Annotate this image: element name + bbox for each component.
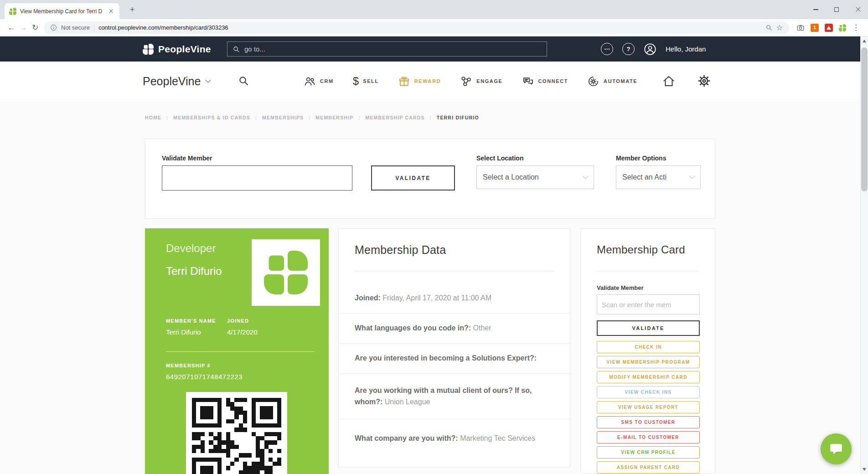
new-tab-button[interactable]: + <box>127 4 138 15</box>
chevron-down-icon <box>206 77 212 83</box>
scrollbar-thumb[interactable] <box>861 47 868 191</box>
card-validate-button[interactable]: VALIDATE <box>597 320 700 336</box>
dollar-icon: $ <box>353 75 359 88</box>
window-minimize-button[interactable] <box>805 0 826 19</box>
help-button[interactable]: ? <box>622 43 635 55</box>
breadcrumb-current: TERRI DIFURIO <box>437 115 479 120</box>
membership-data-panel: Membership Data JoinedFriday, April 17, … <box>338 228 570 467</box>
view-check-ins-button[interactable]: VIEW CHECK INS <box>597 386 700 398</box>
breadcrumb-membership-cards[interactable]: MEMBERSHIP CARDS <box>365 115 424 120</box>
tab-title: View Membership Card for Terri D <box>20 8 104 15</box>
global-search[interactable] <box>227 41 547 57</box>
email-to-customer-button[interactable]: E-MAIL TO CUSTOMER <box>597 431 700 443</box>
row-label: What company are you with? <box>355 434 460 442</box>
sms-to-customer-button[interactable]: SMS TO CUSTOMER <box>597 416 700 428</box>
screenshot-extension-icon[interactable] <box>796 24 805 32</box>
check-in-button[interactable]: CHECK IN <box>597 341 700 353</box>
chat-launcher-button[interactable] <box>821 433 852 464</box>
membership-data-title: Membership Data <box>355 243 446 257</box>
scroll-up-icon[interactable] <box>861 37 868 45</box>
breadcrumb: HOME| MEMBERSHIPS & ID CARDS| MEMBERSHIP… <box>145 115 479 120</box>
settings-gear-icon[interactable] <box>697 73 712 90</box>
member-name: Terri Difurio <box>166 265 222 278</box>
ellipsis-icon: ⋯ <box>604 46 610 52</box>
breadcrumb-memberships-id-cards[interactable]: MEMBERSHIPS & ID CARDS <box>173 115 250 120</box>
row-label: Joined <box>355 294 382 302</box>
window-close-button[interactable] <box>847 0 868 19</box>
validate-member-label: Validate Member <box>597 284 644 291</box>
gift-icon <box>398 75 410 88</box>
peoplevine-logo-icon <box>264 251 308 294</box>
select-location-label: Select Location <box>476 155 523 162</box>
row-label: Are you working with a mutual client of … <box>355 386 532 406</box>
breadcrumb-memberships[interactable]: MEMBERSHIPS <box>262 115 304 120</box>
data-row: Are you working with a mutual client of … <box>339 374 570 419</box>
members-name-label: MEMBER'S NAME <box>166 318 216 324</box>
browser-tab[interactable]: View Membership Card for Terri D <box>5 3 119 19</box>
pdf-extension-icon[interactable] <box>825 24 833 32</box>
zoom-icon[interactable] <box>765 24 772 31</box>
validate-member-panel: Validate Member VALIDATE Select Location… <box>145 139 715 219</box>
row-value: Friday, April 17, 2020 at 11:00 AM <box>382 294 491 302</box>
nav-item-connect[interactable]: CONNECT <box>522 75 568 88</box>
data-row: JoinedFriday, April 17, 2020 at 11:00 AM <box>339 283 570 314</box>
breadcrumb-home[interactable]: HOME <box>145 115 161 120</box>
breadcrumb-membership[interactable]: MEMBERSHIP <box>315 115 353 120</box>
nav-label: REWARD <box>414 78 441 84</box>
member-options-select[interactable]: Select an Acti <box>616 165 701 189</box>
bookmark-star-icon[interactable]: ☆ <box>776 23 783 32</box>
modify-membership-card-button[interactable]: MODIFY MEMBERSHIP CARD <box>597 371 700 383</box>
main-navigation: PeopleVine CRM $ SELL REWARD ENGAGE <box>0 62 860 101</box>
peoplevine-logo[interactable]: PeopleVine <box>143 36 211 62</box>
tab-close-icon[interactable] <box>108 8 115 15</box>
info-icon[interactable] <box>50 24 57 31</box>
home-icon[interactable] <box>662 74 676 90</box>
reload-icon[interactable]: ↻ <box>29 23 41 32</box>
data-row: What languages do you code in?Other <box>339 314 570 344</box>
member-options-value: Select an Acti <box>622 173 666 181</box>
row-label: Are you interested in becoming a Solutio… <box>355 354 537 362</box>
nav-label: ENGAGE <box>476 78 502 84</box>
data-row: What company are you with?Marketing Tec … <box>339 419 570 458</box>
app-selector[interactable]: PeopleVine <box>143 62 210 101</box>
nav-item-crm[interactable]: CRM <box>304 75 334 88</box>
view-membership-program-button[interactable]: VIEW MEMBERSHIP PROGRAM <box>597 356 700 368</box>
peoplevine-extension-icon[interactable] <box>839 24 846 31</box>
forward-icon[interactable]: → <box>17 23 29 32</box>
membership-tier: Developer <box>166 242 216 255</box>
row-value: Other <box>473 324 491 332</box>
extension-badge: 1 <box>813 25 816 30</box>
assign-parent-card-button[interactable]: ASSIGN PARENT CARD <box>597 461 700 474</box>
url-bar[interactable]: Not secure control.peoplevine.com/member… <box>44 21 789 34</box>
nav-item-sell[interactable]: $ SELL <box>353 75 379 88</box>
joined-label: JOINED <box>227 318 249 324</box>
browser-menu-icon[interactable]: ⋮ <box>852 23 860 32</box>
scroll-down-icon[interactable] <box>861 466 868 473</box>
nav-search-icon[interactable] <box>238 75 249 88</box>
user-avatar-icon[interactable] <box>644 43 656 56</box>
global-search-input[interactable] <box>244 45 542 53</box>
divider <box>355 271 554 271</box>
location-select[interactable]: Select a Location <box>476 165 594 189</box>
location-select-value: Select a Location <box>483 173 539 181</box>
chat-bubbles-icon <box>522 75 534 88</box>
user-greeting[interactable]: Hello, Jordan <box>666 45 706 53</box>
window-maximize-button[interactable] <box>826 0 847 19</box>
view-usage-report-button[interactable]: VIEW USAGE REPORT <box>597 401 700 413</box>
back-icon[interactable]: ← <box>5 23 17 32</box>
view-crm-profile-button[interactable]: VIEW CRM PROFILE <box>597 446 700 459</box>
orange-extension-icon[interactable]: 1 <box>811 24 819 32</box>
nav-item-engage[interactable]: ENGAGE <box>460 75 502 88</box>
page-scrollbar[interactable] <box>860 36 868 474</box>
crm-people-icon <box>304 75 316 88</box>
validate-button[interactable]: VALIDATE <box>371 165 455 191</box>
scan-member-input[interactable] <box>597 294 700 314</box>
app-selector-label: PeopleVine <box>143 75 201 88</box>
qr-finder <box>192 458 222 474</box>
nav-item-automate[interactable]: AUTOMATE <box>587 75 637 88</box>
nav-item-reward[interactable]: REWARD <box>398 75 441 88</box>
more-options-button[interactable]: ⋯ <box>601 43 613 55</box>
nav-label: AUTOMATE <box>604 78 637 84</box>
validate-member-input[interactable] <box>162 165 352 191</box>
automate-gear-icon <box>587 75 599 88</box>
